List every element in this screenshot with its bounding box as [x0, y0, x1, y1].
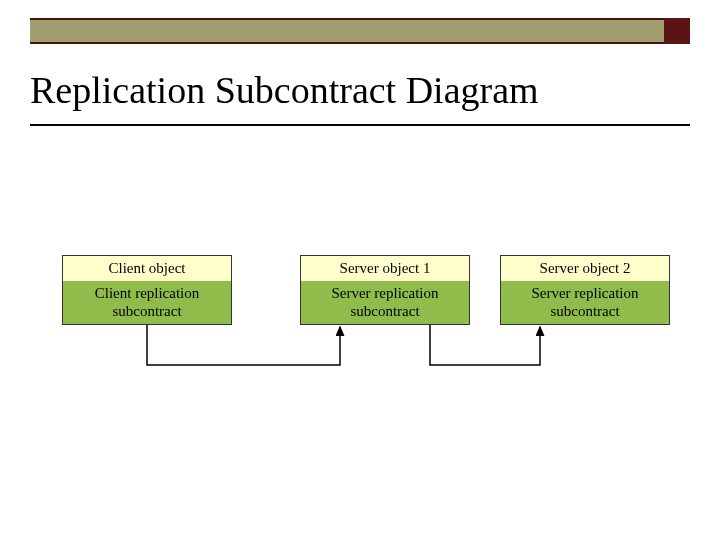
connector-lines	[0, 255, 720, 455]
header-corner-square	[664, 18, 690, 44]
connector-client-to-server1	[147, 325, 340, 365]
header-band	[30, 18, 690, 44]
connector-server1-to-server2	[430, 325, 540, 365]
page-title: Replication Subcontract Diagram	[30, 68, 690, 126]
